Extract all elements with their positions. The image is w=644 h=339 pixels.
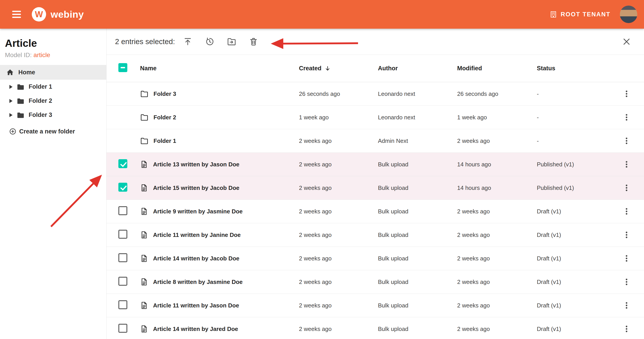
- model-id: Model ID: article: [0, 52, 106, 59]
- cell-created: 2 weeks ago: [299, 255, 378, 262]
- folder-icon: [140, 90, 148, 98]
- row-name: Article 14 written by Jared Doe: [153, 325, 238, 332]
- row-menu-icon[interactable]: [621, 229, 632, 240]
- cell-created: 26 seconds ago: [299, 91, 378, 97]
- cell-created: 2 weeks ago: [299, 278, 378, 285]
- cell-modified: 26 seconds ago: [457, 91, 537, 97]
- cell-modified: 14 hours ago: [457, 184, 537, 191]
- row-menu-icon[interactable]: [621, 89, 632, 99]
- menu-icon[interactable]: [10, 7, 24, 22]
- sidebar-item-label: Home: [18, 69, 35, 76]
- column-header-created[interactable]: Created: [299, 65, 378, 72]
- home-icon: [6, 69, 14, 76]
- sidebar-item-label: Folder 3: [29, 112, 52, 118]
- move-to-folder-icon[interactable]: [227, 37, 236, 46]
- row-menu-icon[interactable]: [621, 112, 632, 123]
- topbar-right: ROOT TENANT: [550, 6, 638, 23]
- table-row[interactable]: Folder 3 26 seconds ago Leonardo next 26…: [106, 82, 644, 106]
- cell-modified: 2 weeks ago: [457, 208, 537, 215]
- table-header-row: Name Created Author Modified: [106, 55, 644, 82]
- avatar[interactable]: [620, 6, 637, 23]
- row-menu-icon[interactable]: [621, 276, 632, 287]
- create-folder-button[interactable]: Create a new folder: [0, 125, 106, 138]
- cell-author: Leonardo next: [378, 91, 457, 97]
- cell-status: -: [537, 114, 609, 121]
- restore-icon[interactable]: [205, 37, 214, 46]
- row-name: Article 8 written by Jasmine Doe: [153, 278, 242, 285]
- row-menu-icon[interactable]: [621, 323, 632, 334]
- column-header-status[interactable]: Status: [537, 65, 609, 72]
- row-checkbox[interactable]: [118, 300, 127, 309]
- tenant-label: ROOT TENANT: [561, 11, 611, 18]
- document-icon: [140, 324, 148, 333]
- main-content: 2 entries selected:: [106, 29, 644, 339]
- cell-created: 2 weeks ago: [299, 302, 378, 309]
- cell-created: 2 weeks ago: [299, 208, 378, 215]
- column-header-modified[interactable]: Modified: [457, 65, 537, 72]
- sidebar-item-home[interactable]: Home: [0, 65, 106, 80]
- row-checkbox[interactable]: [118, 324, 127, 333]
- cell-modified: 2 weeks ago: [457, 302, 537, 309]
- sidebar-item-label: Folder 1: [29, 83, 52, 90]
- row-checkbox[interactable]: [118, 253, 127, 262]
- table-row[interactable]: Article 11 written by Jason Doe 2 weeks …: [106, 294, 644, 317]
- table-row[interactable]: Article 14 written by Jacob Doe 2 weeks …: [106, 247, 644, 270]
- folder-tree: Home Folder 1 Folder 2: [0, 65, 106, 138]
- row-name: Article 9 written by Jasmine Doe: [153, 208, 242, 215]
- select-all-checkbox[interactable]: [118, 63, 127, 72]
- row-menu-icon[interactable]: [621, 159, 632, 170]
- row-checkbox[interactable]: [118, 230, 127, 239]
- table-row[interactable]: Article 13 written by Jason Doe 2 weeks …: [106, 153, 644, 176]
- row-menu-icon[interactable]: [621, 182, 632, 193]
- sidebar-item-folder-3[interactable]: Folder 3: [0, 108, 106, 122]
- row-checkbox[interactable]: [118, 183, 127, 192]
- row-name: Article 11 written by Jason Doe: [153, 302, 239, 309]
- selection-toolbar: 2 entries selected:: [106, 29, 644, 55]
- table-row[interactable]: Folder 2 1 week ago Leonardo next 1 week…: [106, 106, 644, 129]
- chevron-right-icon[interactable]: [10, 113, 12, 117]
- cell-modified: 2 weeks ago: [457, 325, 537, 332]
- row-checkbox[interactable]: [118, 159, 127, 168]
- delete-icon[interactable]: [249, 37, 258, 46]
- row-menu-icon[interactable]: [621, 253, 632, 264]
- row-menu-icon[interactable]: [621, 300, 632, 311]
- cell-created: 2 weeks ago: [299, 231, 378, 238]
- row-name: Article 13 written by Jason Doe: [153, 161, 240, 168]
- table-row[interactable]: Article 11 written by Janine Doe 2 weeks…: [106, 223, 644, 247]
- webiny-logo[interactable]: W webiny: [32, 7, 84, 22]
- table-row[interactable]: Article 15 written by Jacob Doe 2 weeks …: [106, 176, 644, 200]
- export-icon[interactable]: [183, 37, 192, 46]
- row-menu-icon[interactable]: [621, 206, 632, 217]
- cell-created: 2 weeks ago: [299, 184, 378, 191]
- column-header-author[interactable]: Author: [378, 65, 457, 72]
- sidebar-item-folder-1[interactable]: Folder 1: [0, 80, 106, 94]
- cell-modified: 2 weeks ago: [457, 255, 537, 262]
- row-checkbox[interactable]: [118, 277, 127, 286]
- row-menu-icon[interactable]: [621, 135, 632, 146]
- chevron-right-icon[interactable]: [10, 99, 12, 103]
- folder-filled-icon: [16, 83, 24, 91]
- tenant-selector[interactable]: ROOT TENANT: [550, 11, 611, 18]
- sidebar-item-folder-2[interactable]: Folder 2: [0, 94, 106, 108]
- row-checkbox[interactable]: [118, 206, 127, 215]
- folder-filled-icon: [16, 111, 24, 119]
- row-name: Article 11 written by Janine Doe: [153, 231, 241, 238]
- table-row[interactable]: Article 9 written by Jasmine Doe 2 weeks…: [106, 200, 644, 223]
- document-icon: [140, 230, 148, 239]
- cell-status: Draft (v1): [537, 278, 609, 285]
- cell-status: Draft (v1): [537, 302, 609, 309]
- table-row[interactable]: Folder 1 2 weeks ago Admin Next 2 weeks …: [106, 129, 644, 153]
- cell-created: 2 weeks ago: [299, 325, 378, 332]
- model-id-label: Model ID:: [5, 52, 32, 59]
- close-icon[interactable]: [622, 37, 631, 46]
- table-row[interactable]: Article 8 written by Jasmine Doe 2 weeks…: [106, 270, 644, 294]
- column-header-name[interactable]: Name: [140, 65, 299, 72]
- table-row[interactable]: Article 14 written by Jared Doe 2 weeks …: [106, 317, 644, 339]
- sort-desc-icon[interactable]: [324, 65, 331, 72]
- folder-icon: [140, 113, 148, 122]
- document-icon: [140, 254, 148, 263]
- chevron-right-icon[interactable]: [10, 85, 12, 89]
- model-id-value[interactable]: article: [34, 52, 50, 59]
- cell-author: Bulk upload: [378, 231, 457, 238]
- row-name: Article 15 written by Jacob Doe: [153, 184, 240, 191]
